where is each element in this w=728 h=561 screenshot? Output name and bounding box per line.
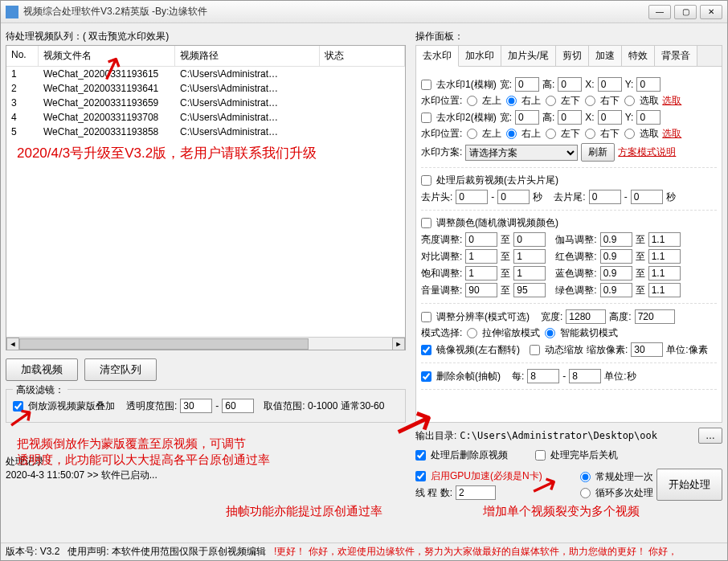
adv-filter-title: 高级滤镜：	[13, 383, 67, 397]
tab-5[interactable]: 特效	[622, 46, 655, 66]
blue2-input[interactable]	[648, 266, 681, 280]
opacity-max-input[interactable]	[222, 399, 254, 413]
res-label: 调整分辨率(模式可选)	[436, 310, 530, 324]
wm2-pos-tl-radio[interactable]	[467, 129, 477, 139]
wm2-pos-br-radio[interactable]	[585, 129, 595, 139]
wm1-w-input[interactable]	[515, 77, 539, 92]
trim-label: 处理后裁剪视频(去片头片尾)	[436, 174, 558, 187]
red1-input[interactable]	[600, 249, 632, 264]
gamma2-input[interactable]	[648, 232, 681, 247]
scroll-thumb[interactable]	[19, 338, 309, 350]
wm-refresh-button[interactable]: 刷新	[581, 143, 615, 162]
res-h-input[interactable]	[635, 309, 675, 324]
browse-button[interactable]: …	[698, 428, 722, 444]
wm2-pos-sel-radio[interactable]	[624, 129, 635, 139]
sat1-input[interactable]	[465, 266, 497, 280]
bright1-input[interactable]	[465, 232, 497, 247]
wm1-pos-bl-radio[interactable]	[546, 96, 556, 106]
col-no[interactable]: No.	[6, 46, 39, 66]
gpu-checkbox[interactable]	[415, 471, 426, 481]
wm2-pos-bl-radio[interactable]	[546, 129, 556, 139]
wm2-pos-tr-radio[interactable]	[506, 129, 517, 139]
remove-wm1-checkbox[interactable]	[421, 80, 431, 90]
red2-input[interactable]	[648, 249, 681, 264]
wm2-h-input[interactable]	[558, 110, 582, 125]
sat2-input[interactable]	[513, 266, 546, 280]
table-row[interactable]: 1WeChat_20200331193615C:\Users\Administr…	[6, 67, 405, 81]
bright2-input[interactable]	[513, 232, 546, 247]
tab-0[interactable]: 去水印	[416, 46, 459, 67]
tab-6[interactable]: 背景音	[655, 46, 697, 66]
trim-tail1-input[interactable]	[589, 190, 621, 204]
res-w-input[interactable]	[566, 309, 606, 324]
delete-src-checkbox[interactable]	[415, 450, 426, 461]
wm2-select-link[interactable]: 选取	[662, 127, 681, 141]
col-status[interactable]: 状态	[320, 46, 405, 66]
remove-wm2-checkbox[interactable]	[421, 113, 431, 123]
table-row[interactable]: 2WeChat_20200331193641C:\Users\Administr…	[6, 81, 405, 96]
mode-loop-radio[interactable]	[580, 488, 591, 498]
wm1-x-input[interactable]	[598, 77, 622, 92]
maximize-button[interactable]: ▢	[674, 5, 697, 19]
wm1-pos-tr-radio[interactable]	[506, 96, 517, 106]
thread-label: 线 程 数:	[415, 486, 452, 500]
wm-scheme-select[interactable]: 请选择方案	[465, 145, 578, 161]
hscrollbar[interactable]: ◄ ►	[6, 337, 405, 350]
color-label: 调整颜色(随机微调视频颜色)	[436, 216, 558, 230]
frame-v2-input[interactable]	[569, 369, 601, 383]
reverse-overlay-checkbox[interactable]	[13, 401, 23, 412]
zoom-px-input[interactable]	[631, 342, 663, 357]
blue1-input[interactable]	[600, 266, 632, 280]
frame-v1-input[interactable]	[527, 369, 559, 383]
mirror-checkbox[interactable]	[421, 345, 431, 355]
trim-head2-input[interactable]	[497, 190, 530, 204]
wm2-y-input[interactable]	[636, 110, 661, 125]
trim-tail2-input[interactable]	[631, 190, 663, 204]
wm1-select-link[interactable]: 选取	[662, 94, 681, 108]
tab-2[interactable]: 加片头/尾	[501, 46, 556, 66]
scroll-right-icon[interactable]: ►	[392, 338, 405, 350]
clear-queue-button[interactable]: 清空队列	[84, 358, 157, 381]
contrast2-input[interactable]	[513, 249, 546, 264]
wm1-h-input[interactable]	[558, 77, 582, 92]
res-checkbox[interactable]	[421, 312, 431, 322]
wm1-pos-tl-radio[interactable]	[467, 96, 477, 106]
table-row[interactable]: 4WeChat_20200331193708C:\Users\Administr…	[6, 110, 405, 125]
vol1-input[interactable]	[465, 283, 497, 297]
mode-once-radio[interactable]	[580, 472, 591, 482]
dropframe-checkbox[interactable]	[421, 371, 431, 382]
table-row[interactable]: 5WeChat_20200331193858C:\Users\Administr…	[6, 125, 405, 139]
res-mode-stretch-radio[interactable]	[467, 328, 477, 338]
wm2-x-input[interactable]	[598, 110, 622, 125]
dynzoom-checkbox[interactable]	[530, 345, 540, 355]
table-row[interactable]: 3WeChat_20200331193659C:\Users\Administr…	[6, 96, 405, 110]
vol2-input[interactable]	[513, 283, 546, 297]
color-checkbox[interactable]	[421, 218, 431, 228]
outdir-path: C:\Users\Administrator\Desktop\ook	[460, 430, 657, 441]
opacity-min-input[interactable]	[180, 399, 212, 413]
wm1-pos-sel-radio[interactable]	[624, 96, 635, 106]
wm-scheme-help-link[interactable]: 方案模式说明	[618, 145, 676, 159]
res-mode-smart-radio[interactable]	[545, 328, 555, 338]
wm1-pos-br-radio[interactable]	[585, 96, 595, 106]
green2-input[interactable]	[648, 283, 681, 297]
close-button[interactable]: ✕	[700, 5, 722, 19]
wm2-w-input[interactable]	[515, 110, 539, 125]
trim-checkbox[interactable]	[421, 175, 431, 186]
tab-3[interactable]: 剪切	[556, 46, 589, 66]
wm1-y-input[interactable]	[636, 77, 661, 92]
col-path[interactable]: 视频路径	[175, 46, 320, 66]
gamma1-input[interactable]	[600, 232, 632, 247]
start-process-button[interactable]: 开始处理	[656, 469, 722, 501]
col-name[interactable]: 视频文件名	[39, 46, 175, 66]
shutdown-checkbox[interactable]	[535, 450, 546, 461]
minimize-button[interactable]: —	[648, 5, 671, 19]
load-video-button[interactable]: 加载视频	[6, 358, 78, 381]
tab-4[interactable]: 加速	[589, 46, 622, 66]
green1-input[interactable]	[600, 283, 632, 297]
scroll-left-icon[interactable]: ◄	[6, 338, 19, 350]
tab-1[interactable]: 加水印	[459, 46, 501, 66]
thread-input[interactable]	[456, 485, 496, 500]
contrast1-input[interactable]	[465, 249, 497, 264]
trim-head1-input[interactable]	[456, 190, 488, 204]
